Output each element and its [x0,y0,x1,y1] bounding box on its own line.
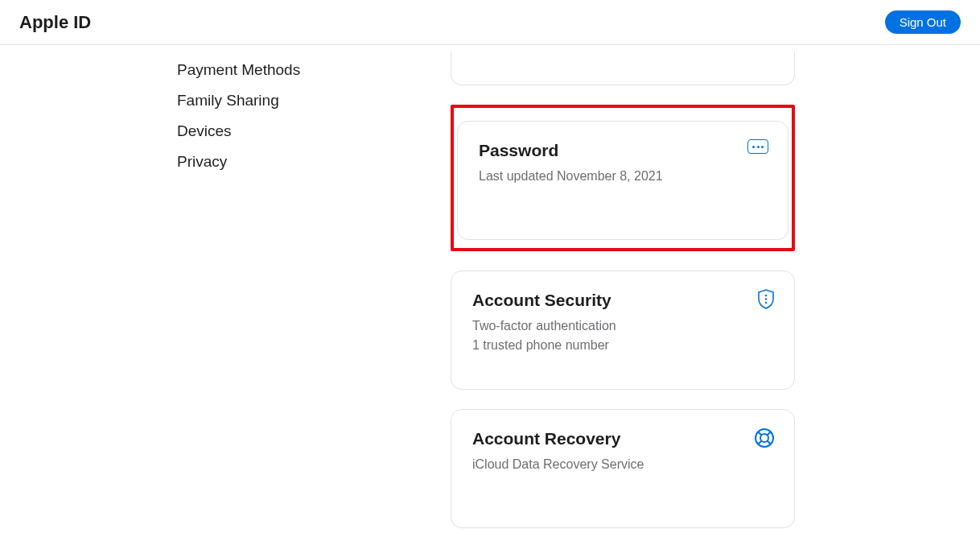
lifebuoy-icon [754,428,775,448]
cards-column: Password Last updated November 8, 2021 A… [451,52,980,528]
content: Payment Methods Family Sharing Devices P… [0,45,980,528]
card-security-title: Account Security [472,291,773,310]
card-account-security[interactable]: Account Security Two-factor authenticati… [451,271,795,390]
sidebar-item-privacy[interactable]: Privacy [177,147,451,177]
sidebar-item-devices[interactable]: Devices [177,116,451,147]
card-recovery-subtext: iCloud Data Recovery Service [472,455,773,474]
card-password-subtext: Last updated November 8, 2021 [479,167,767,186]
sidebar: Payment Methods Family Sharing Devices P… [0,52,451,528]
svg-point-0 [765,295,768,297]
password-highlight: Password Last updated November 8, 2021 [451,105,795,251]
more-icon[interactable] [747,139,768,154]
header: Apple ID Sign Out [0,0,980,45]
shield-icon [757,289,775,310]
sidebar-item-family-sharing[interactable]: Family Sharing [177,85,451,116]
svg-point-1 [765,298,768,300]
card-password[interactable]: Password Last updated November 8, 2021 [457,121,789,240]
card-account-recovery[interactable]: Account Recovery iCloud Data Recovery Se… [451,409,795,528]
card-security-line2: 1 trusted phone number [472,336,773,355]
card-security-line1: Two-factor authentication [472,316,773,336]
card-password-title: Password [479,141,767,160]
page-title: Apple ID [19,12,91,33]
card-partial-above[interactable] [451,52,795,85]
card-recovery-title: Account Recovery [472,429,773,448]
sign-out-button[interactable]: Sign Out [885,10,961,34]
svg-line-8 [768,441,771,444]
svg-line-6 [768,432,771,435]
svg-line-5 [758,432,761,435]
svg-point-2 [765,302,768,304]
sidebar-item-payment-methods[interactable]: Payment Methods [177,55,451,85]
svg-line-7 [758,441,761,444]
